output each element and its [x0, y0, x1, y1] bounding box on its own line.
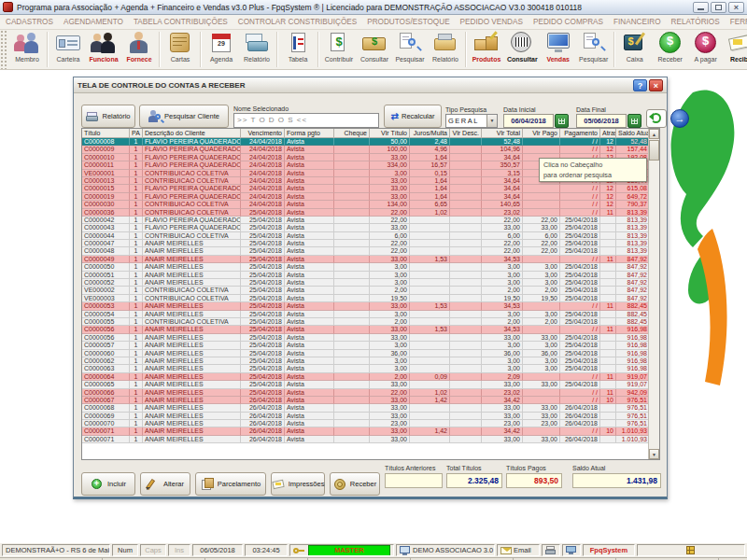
status-email[interactable]: Email [497, 544, 540, 556]
col-header-pg[interactable]: Pagamento [560, 129, 600, 138]
table-row[interactable]: C00000711ANAIR MEIRELLES26/04/2018Avista… [82, 427, 659, 435]
table-row[interactable]: C00000521ANAIR MEIRELLES25/04/2018Avista… [82, 279, 659, 287]
menu-relat-rios[interactable]: RELATÓRIOS [671, 18, 720, 26]
menu-pedido-compras[interactable]: PEDIDO COMPRAS [533, 18, 603, 26]
table-row[interactable]: C00000551CONTRIBUICAO COLETIVA25/04/2018… [82, 318, 659, 326]
col-header-pa[interactable]: PA [130, 129, 143, 138]
table-row[interactable]: C00000671ANAIR MEIRELLES26/04/2018Avista… [82, 397, 659, 404]
table-row[interactable]: C00000681ANAIR MEIRELLES26/04/2018Avista… [82, 404, 659, 412]
col-header-sa[interactable]: Saldo Atual [616, 129, 650, 138]
table-row[interactable]: C00000531ANAIR MEIRELLES25/04/2018Avista… [82, 302, 659, 310]
calendar-icon[interactable] [627, 114, 641, 128]
table-row[interactable]: C00000571ANAIR MEIRELLES25/04/2018Avista… [82, 342, 659, 349]
recalculate-button[interactable]: ⇄ Recalcular [384, 105, 442, 128]
vertical-scrollbar[interactable]: ▲ ▼ [648, 129, 659, 459]
cashbook-toolbar-button[interactable]: $Caixa [617, 30, 653, 69]
refresh-button[interactable] [646, 109, 667, 128]
search-docs2-toolbar-button[interactable]: Pesquisar [576, 30, 612, 69]
status-monitor[interactable] [562, 544, 581, 556]
scroll-down-icon[interactable]: ▼ [649, 449, 659, 459]
col-header-f[interactable]: Forma pgto [285, 129, 334, 138]
col-header-ch[interactable]: Cheque [334, 129, 370, 138]
search-docs-toolbar-button[interactable]: Pesquisar [392, 30, 428, 69]
scroll-up-icon[interactable]: ▲ [649, 129, 659, 139]
report-toolbar-button[interactable]: Relatório [239, 30, 275, 69]
table-row[interactable]: C00000431FLAVIO PEREIRA QUADERADO25/04/2… [82, 224, 659, 231]
sales-toolbar-button[interactable]: Vendas [541, 30, 576, 69]
selected-name-input[interactable]: >> T O D O S << [233, 113, 379, 128]
installments-button[interactable]: Parcelamento [195, 472, 266, 496]
table-row[interactable]: C00000091FLAVIO PEREIRA QUADERADO24/04/2… [82, 146, 659, 153]
table-row[interactable]: C00000631ANAIR MEIRELLES25/04/2018Avista… [82, 365, 659, 372]
col-header-v[interactable]: Vencimento [241, 129, 285, 138]
col-header-jm[interactable]: Juros/Multa [410, 129, 450, 138]
table-row[interactable]: C00000441CONTRIBUICAO COLETIVA25/04/2018… [82, 232, 659, 240]
menu-pedido-vendas[interactable]: PEDIDO VENDAS [460, 18, 523, 26]
print-button[interactable]: Impressões [271, 472, 325, 496]
table-row[interactable]: C00000601ANAIR MEIRELLES25/04/2018Avista… [82, 350, 659, 357]
restore-button[interactable] [711, 2, 726, 13]
add-button[interactable]: +Incluir [81, 472, 135, 496]
search-type-dropdown[interactable]: GERAL ▼ [445, 114, 498, 128]
products-toolbar-button[interactable]: Produtos [469, 30, 504, 69]
menu-agendamento[interactable]: AGENDAMENTO [63, 18, 123, 26]
table-row[interactable]: C00000491ANAIR MEIRELLES25/04/2018Avista… [82, 256, 659, 263]
scrollbar-thumb[interactable] [649, 140, 659, 161]
col-header-vt[interactable]: Vlr Título [370, 129, 410, 138]
letters-toolbar-button[interactable]: Cartas [162, 30, 198, 69]
receive-toolbar-button[interactable]: $Receber [653, 30, 688, 69]
search-client-button[interactable]: Pesquisar Cliente [139, 105, 229, 128]
table-row[interactable]: C00000711ANAIR MEIRELLES26/04/2018Avista… [82, 436, 659, 443]
contribute-toolbar-button[interactable]: $Contribuir [321, 30, 357, 69]
receive-coin-button[interactable]: Receber [330, 472, 380, 496]
table-row[interactable]: C00000421FLAVIO PEREIRA QUADERADO25/04/2… [82, 217, 659, 224]
calendar-toolbar-button[interactable]: 29Agenda [204, 30, 239, 69]
staff-toolbar-button[interactable]: Funciona [86, 30, 121, 69]
table-row[interactable]: C00000481ANAIR MEIRELLES25/04/2018Avista… [82, 247, 659, 255]
table-row[interactable]: C00000511ANAIR MEIRELLES25/04/2018Avista… [82, 272, 659, 279]
edit-button[interactable]: Alterar [140, 472, 190, 496]
col-header-tot[interactable]: Vlr Total [482, 129, 523, 138]
end-date-field[interactable]: 05/06/2018 [576, 114, 627, 128]
id-card-toolbar-button[interactable]: Carteira [50, 30, 86, 69]
menu-produtos-estoque[interactable]: PRODUTOS/ESTOQUE [367, 18, 449, 26]
members-toolbar-button[interactable]: Membro [9, 30, 45, 69]
table-row[interactable]: C00000641ANAIR MEIRELLES25/04/2018Avista… [82, 373, 659, 381]
table-row[interactable]: C00000561ANAIR MEIRELLES25/04/2018Avista… [82, 334, 659, 342]
minimize-button[interactable] [693, 2, 709, 13]
menu-ferramentas[interactable]: FERRAMENTAS [730, 18, 747, 26]
table-row[interactable]: C00000561ANAIR MEIRELLES25/04/2018Avista… [82, 326, 659, 333]
pay-toolbar-button[interactable]: $A pagar [688, 30, 724, 69]
table-row[interactable]: C00000361CONTRIBUICAO COLETIVA25/04/2018… [82, 209, 659, 217]
col-header-c[interactable]: Descrição do Cliente [143, 129, 241, 138]
table-row[interactable]: C00000301CONTRIBUICAO COLETIVA24/04/2018… [82, 201, 659, 208]
menu-cadastros[interactable]: CADASTROS [6, 18, 53, 26]
report-button[interactable]: Relatório [81, 105, 135, 128]
calendar-icon[interactable] [555, 114, 569, 128]
window-close-button[interactable]: × [649, 79, 663, 91]
table-toolbar-button[interactable]: Tabela [280, 30, 316, 69]
table-row[interactable]: C00000691ANAIR MEIRELLES26/04/2018Avista… [82, 413, 659, 420]
menu-controlar-constribui-es[interactable]: CONTROLAR CONSTRIBUIÇÕES [238, 18, 357, 26]
table-row[interactable]: VE0000021CONTRIBUICAO COLETIVA25/04/2018… [82, 287, 659, 294]
close-button[interactable]: × [728, 2, 744, 13]
col-header-t[interactable]: Título [82, 129, 130, 138]
table-row[interactable]: C00000621ANAIR MEIRELLES25/04/2018Avista… [82, 357, 659, 365]
table-row[interactable]: VE0000031CONTRIBUICAO COLETIVA25/04/2018… [82, 295, 659, 302]
col-header-vd[interactable]: Vlr Desc. [450, 129, 482, 138]
col-header-at[interactable]: Atraso [600, 129, 616, 138]
receipt-toolbar-button[interactable]: Recibo [724, 30, 747, 69]
barcode-toolbar-button[interactable]: Consultar [504, 30, 541, 69]
table-row[interactable]: C00000191FLAVIO PEREIRA QUADERADO24/04/2… [82, 193, 659, 201]
table-row[interactable]: C00000661ANAIR MEIRELLES25/04/2018Avista… [82, 389, 659, 397]
table-row[interactable]: C00000081FLAVIO PEREIRA QUADERADO24/04/2… [82, 138, 659, 146]
menu-tabela-contribui-es[interactable]: TABELA CONTRIBUIÇÕES [134, 18, 228, 26]
table-row[interactable]: C00000651ANAIR MEIRELLES25/04/2018Avista… [82, 381, 659, 388]
status-printer[interactable] [542, 544, 560, 556]
report-folder-toolbar-button[interactable]: Relatório [428, 30, 463, 69]
table-row[interactable]: C00000541ANAIR MEIRELLES25/04/2018Avista… [82, 311, 659, 318]
menu-financeiro[interactable]: FINANCEIRO [613, 18, 661, 26]
help-button[interactable]: ? [633, 79, 647, 91]
table-row[interactable]: C00000151FLAVIO PEREIRA QUADERADO24/04/2… [82, 185, 659, 192]
col-header-vp[interactable]: Vlr Pago [523, 129, 560, 138]
